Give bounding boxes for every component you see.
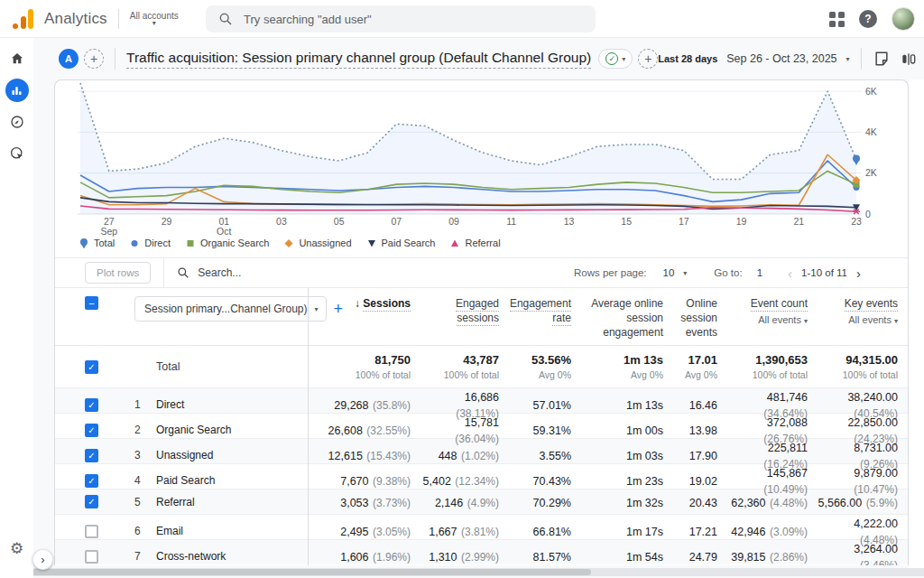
line-chart-canvas[interactable]: 02K4K6K27Sep2901Oct030507091113151719212… (55, 80, 909, 257)
x-axis-tick-month: Oct (217, 226, 231, 237)
total-cell: 81,750100% of total (308, 353, 418, 380)
table-search-input[interactable]: Search... (177, 266, 241, 279)
help-icon[interactable]: ? (859, 10, 877, 28)
row-checkbox[interactable]: ✓ (85, 424, 98, 437)
column-header-sessions[interactable]: ↓ Sessions (308, 296, 418, 311)
row-checkbox[interactable]: ✓ (85, 449, 98, 462)
divider (861, 48, 862, 70)
metric-cell: 62,360 (4.48%) (725, 494, 815, 510)
legend-item-direct[interactable]: Direct (129, 238, 171, 248)
sessions-chart[interactable]: 02K4K6K27Sep2901Oct030507091113151719212… (55, 80, 908, 257)
dimension-selector[interactable]: Session primary...Channel Group) ▾ (134, 296, 327, 322)
nav-reports-icon[interactable] (5, 79, 29, 102)
account-switcher[interactable]: All accounts ▾ (130, 11, 179, 26)
row-checkbox[interactable]: ✓ (85, 398, 98, 412)
table-row-paid-search[interactable]: ✓4Paid Search7,670 (9.38%)5,402 (12.34%)… (55, 463, 908, 489)
metric-cell: 5,402 (12.34%) (418, 472, 506, 489)
legend-item-organic-search[interactable]: Organic Search (185, 238, 269, 248)
column-header-average-online-session-engagement[interactable]: Average online session engagement (578, 296, 670, 340)
next-page-icon[interactable]: › (856, 266, 861, 281)
metric-cell: 70.43% (506, 472, 578, 489)
nav-advertising-icon[interactable] (5, 142, 29, 165)
comparison-chip[interactable]: A (59, 49, 79, 69)
x-axis-tick: 23 (851, 216, 862, 227)
left-nav-rail: ⚙ (0, 38, 33, 578)
metric-cell: 145,867 (10.49%) (725, 464, 815, 497)
chevron-down-icon[interactable]: ▾ (683, 269, 687, 277)
metric-cell: 26,608 (32.55%) (308, 422, 418, 438)
table-row-cross-network[interactable]: 7Cross-network1,606 (1.96%)1,310 (2.99%)… (55, 539, 908, 564)
row-index: 7 (134, 550, 156, 563)
admin-settings-icon[interactable]: ⚙ (0, 539, 33, 558)
row-checkbox[interactable]: ✓ (85, 495, 98, 508)
report-header-bar: A + Traffic acquisition: Session primary… (33, 38, 924, 79)
table-row-organic-search[interactable]: ✓2Organic Search26,608 (32.55%)15,781 (3… (55, 413, 908, 438)
notes-icon[interactable] (873, 50, 891, 68)
analytics-logo-icon (13, 9, 36, 29)
report-title[interactable]: Traffic acquisition: Session primary cha… (126, 50, 591, 69)
metric-cell: 12,615 (15.43%) (308, 447, 418, 463)
add-comparison-button[interactable]: + (84, 49, 104, 69)
chart-legend: TotalDirectOrganic SearchUnassignedPaid … (79, 238, 501, 248)
data-quality-badge[interactable]: ✓ ▾ (598, 49, 633, 69)
circle-icon (129, 238, 140, 248)
divider (163, 258, 164, 288)
total-row-checkbox[interactable]: ✓ (85, 360, 98, 374)
column-header-engaged-sessions[interactable]: Engaged sessions (418, 296, 506, 325)
compare-icon[interactable] (900, 50, 918, 68)
ga-analytics-screen: Analytics All accounts ▾ Try searching "… (0, 0, 924, 578)
table-row-direct[interactable]: ✓1Direct29,268 (35.8%)16,686 (38.11%)57.… (55, 387, 908, 413)
goto-page-input[interactable]: 1 (757, 267, 762, 278)
legend-item-unassigned[interactable]: Unassigned (283, 238, 351, 248)
prev-page-icon[interactable]: ‹ (788, 266, 792, 281)
metric-cell: 15,781 (36.04%) (418, 414, 506, 446)
select-all-checkbox[interactable]: – (85, 296, 98, 310)
add-metric-button[interactable]: + (638, 49, 658, 69)
chevron-down-icon: ▾ (846, 55, 850, 63)
row-checkbox[interactable] (85, 525, 98, 538)
legend-label: Unassigned (299, 238, 351, 248)
legend-label: Direct (144, 238, 171, 248)
metric-cell: 7,670 (9.38%) (308, 472, 418, 489)
horizontal-scrollbar[interactable] (0, 568, 924, 576)
metric-filter-select[interactable]: All events ▾ (815, 313, 898, 327)
y-axis-tick: 0 (865, 209, 871, 219)
metric-cell: 66.81% (506, 523, 578, 539)
metric-cell: 16.46 (670, 396, 725, 413)
metric-cell: 3,053 (3.73%) (308, 494, 418, 510)
scrollbar-gutter (909, 79, 924, 569)
row-index: 1 (134, 398, 156, 411)
rows-per-page-select[interactable]: 10 (663, 267, 675, 278)
nav-home-icon[interactable] (5, 47, 29, 70)
metric-cell: 39,815 (2.86%) (725, 548, 815, 564)
column-header-engagement-rate[interactable]: Engagement rate (506, 296, 578, 325)
y-axis-tick: 2K (865, 167, 877, 178)
metric-cell: 17.90 (670, 447, 725, 463)
user-avatar[interactable] (892, 7, 915, 31)
row-checkbox[interactable]: ✓ (85, 474, 98, 488)
row-index: 5 (134, 496, 156, 508)
metric-filter-select[interactable]: All events ▾ (725, 313, 808, 327)
legend-label: Organic Search (200, 238, 269, 248)
legend-item-total[interactable]: Total (79, 238, 115, 248)
goto-label: Go to: (714, 267, 742, 278)
x-axis-tick: 11 (506, 216, 516, 227)
date-range-picker[interactable]: Sep 26 - Oct 23, 2025 (726, 52, 836, 65)
nav-explore-icon[interactable] (5, 110, 29, 134)
row-checkbox[interactable] (85, 550, 98, 564)
legend-item-paid-search[interactable]: Paid Search (366, 238, 436, 248)
date-preset-label: Last 28 days (658, 53, 717, 64)
apps-grid-icon[interactable] (829, 12, 845, 27)
total-label: Total (134, 360, 308, 373)
table-search-placeholder: Search... (198, 266, 241, 279)
column-header-online-session-events[interactable]: Online session events (670, 296, 725, 340)
column-header-key-events[interactable]: Key eventsAll events ▾ (815, 296, 905, 327)
plot-rows-button[interactable]: Plot rows (85, 262, 151, 284)
metric-cell: 13.98 (670, 422, 725, 438)
column-header-event-count[interactable]: Event countAll events ▾ (725, 296, 815, 327)
legend-item-referral[interactable]: Referral (449, 238, 500, 248)
table-row-email[interactable]: 6Email2,495 (3.05%)1,667 (3.81%)66.81%1m… (55, 514, 908, 539)
search-input[interactable]: Try searching "add user" (206, 5, 596, 33)
expand-panel-button[interactable]: › (32, 549, 53, 570)
scrollbar-thumb[interactable] (0, 569, 591, 575)
